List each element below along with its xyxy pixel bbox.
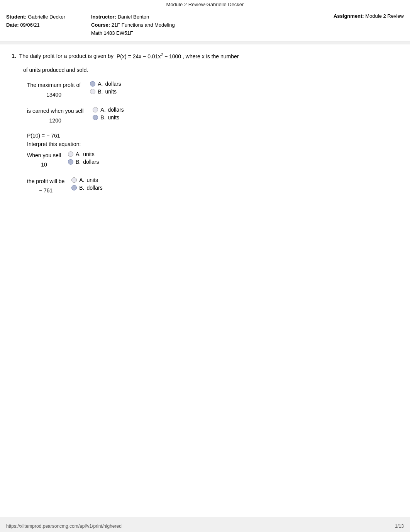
second-line-text: of units produced and sold.: [23, 67, 88, 73]
radio-a3[interactable]: [68, 151, 73, 157]
formula: P(x) = 24x − 0.01x2 − 1000 , where x is …: [117, 53, 239, 59]
max-profit-label: The maximum profit of: [27, 81, 81, 89]
when-sell-left: When you sell 10: [27, 151, 61, 169]
student-row: Student: Gabrielle Decker: [6, 13, 83, 21]
radio-b3[interactable]: [68, 159, 73, 165]
formula-exp: 2: [161, 53, 163, 57]
earned-left: is earned when you sell 1200: [27, 107, 83, 125]
radio-a4[interactable]: [71, 177, 77, 183]
when-sell-value: 10: [27, 160, 61, 169]
when-you-sell-row: When you sell 10 A. units B. dollars: [27, 151, 398, 169]
course-info: Instructor: Daniel Benton Course: 21F Fu…: [91, 13, 326, 37]
option-a2-label: A.: [100, 107, 105, 113]
profit-row: the profit will be − 761 A. units B. dol…: [27, 177, 398, 195]
question-number: 1.: [12, 53, 16, 59]
max-profit-left: The maximum profit of 13400: [27, 81, 81, 99]
date-row: Date: 09/06/21: [6, 21, 83, 29]
when-you-sell-block: When you sell 10 A. units B. dollars: [27, 151, 398, 169]
option-b3-label: B.: [76, 159, 81, 165]
option-a1-text: dollars: [105, 81, 121, 87]
when-sell-options: A. units B. dollars: [68, 151, 99, 165]
option-a2-text: dollars: [108, 107, 124, 113]
option-b3-text: dollars: [83, 159, 99, 165]
radio-a2[interactable]: [93, 107, 98, 112]
top-bar: Module 2 Review-Gabrielle Decker: [0, 0, 410, 9]
footer-url: https://xlitemprod.pearsoncmg.com/api/v1…: [6, 524, 122, 529]
p-equation: P(10) = − 761: [27, 133, 398, 139]
date-label: Date:: [6, 22, 19, 28]
profit-will-be-value: − 761: [27, 186, 64, 195]
p-equation-text: P(10) = − 761: [27, 133, 60, 139]
max-profit-block: The maximum profit of 13400 A. dollars B…: [27, 81, 398, 99]
earned-when-block: is earned when you sell 1200 A. dollars …: [27, 107, 398, 125]
earned-label: is earned when you sell: [27, 107, 83, 115]
option-b4-label: B.: [79, 185, 84, 191]
course-label: Course:: [91, 22, 110, 28]
page-container: Module 2 Review-Gabrielle Decker Student…: [0, 0, 410, 532]
option-b3-row[interactable]: B. dollars: [68, 159, 99, 165]
option-a2-row[interactable]: A. dollars: [93, 107, 124, 113]
profit-block: the profit will be − 761 A. units B. dol…: [27, 177, 398, 195]
option-a1-label: A.: [98, 81, 103, 87]
instructor-name: Daniel Benton: [118, 14, 149, 20]
option-a1-row[interactable]: A. dollars: [90, 81, 121, 87]
assignment-info: Assignment: Module 2 Review: [334, 13, 404, 19]
radio-a1[interactable]: [90, 81, 95, 87]
student-info: Student: Gabrielle Decker Date: 09/06/21: [6, 13, 83, 29]
page-title: Module 2 Review-Gabrielle Decker: [166, 2, 244, 7]
profit-options: A. units B. dollars: [71, 177, 102, 191]
earned-when-row: is earned when you sell 1200 A. dollars …: [27, 107, 398, 125]
option-b4-row[interactable]: B. dollars: [71, 185, 102, 191]
radio-b2[interactable]: [93, 115, 98, 120]
course-code-row: Math 1483 EW51F: [91, 29, 326, 37]
option-b2-row[interactable]: B. units: [93, 114, 124, 121]
option-b1-text: units: [105, 88, 117, 95]
assignment-label: Assignment:: [334, 13, 364, 19]
profit-will-be-label: the profit will be: [27, 177, 64, 185]
course-code: Math 1483 EW51F: [91, 30, 133, 36]
earned-options: A. dollars B. units: [93, 107, 124, 121]
interpret-text: Interpret this equation:: [27, 141, 398, 147]
question-intro-text: The daily profit for a product is given …: [19, 52, 114, 60]
option-a4-label: A.: [79, 177, 84, 183]
option-b2-text: units: [108, 114, 120, 121]
option-a3-text: units: [83, 151, 95, 157]
option-b1-row[interactable]: B. units: [90, 88, 121, 95]
radio-b1[interactable]: [90, 89, 95, 94]
option-a4-text: units: [87, 177, 98, 183]
formula-tail: − 1000 , where x is the number: [164, 53, 239, 59]
option-a4-row[interactable]: A. units: [71, 177, 102, 183]
option-a3-row[interactable]: A. units: [68, 151, 99, 157]
student-label: Student:: [6, 14, 27, 20]
course-name: 21F Functions and Modeling: [112, 22, 175, 28]
radio-b4[interactable]: [71, 185, 77, 190]
max-profit-row: The maximum profit of 13400 A. dollars B…: [27, 81, 398, 99]
option-a3-label: A.: [76, 151, 81, 157]
main-content: 1. The daily profit for a product is giv…: [0, 44, 410, 517]
earned-value: 1200: [27, 116, 83, 125]
course-row: Course: 21F Functions and Modeling: [91, 21, 326, 29]
option-b2-label: B.: [100, 114, 105, 121]
question-second-line: of units produced and sold.: [23, 67, 398, 73]
assignment-name: Module 2 Review: [365, 13, 404, 19]
instructor-label: Instructor:: [91, 14, 116, 20]
instructor-row: Instructor: Daniel Benton: [91, 13, 326, 21]
footer-page: 1/13: [395, 524, 404, 529]
student-name: Gabrielle Decker: [28, 14, 65, 20]
when-sell-label: When you sell: [27, 151, 61, 160]
header: Student: Gabrielle Decker Date: 09/06/21…: [0, 9, 410, 41]
date-value: 09/06/21: [20, 22, 40, 28]
footer: https://xlitemprod.pearsoncmg.com/api/v1…: [0, 520, 410, 532]
max-profit-value: 13400: [27, 90, 81, 99]
max-profit-options: A. dollars B. units: [90, 81, 121, 95]
option-b1-label: B.: [98, 88, 103, 95]
option-b4-text: dollars: [87, 185, 103, 191]
profit-left: the profit will be − 761: [27, 177, 64, 195]
formula-text: P(x) = 24x − 0.01x: [117, 53, 161, 59]
interpret-label: Interpret this equation:: [27, 141, 81, 147]
question-intro-row: 1. The daily profit for a product is giv…: [12, 52, 398, 62]
